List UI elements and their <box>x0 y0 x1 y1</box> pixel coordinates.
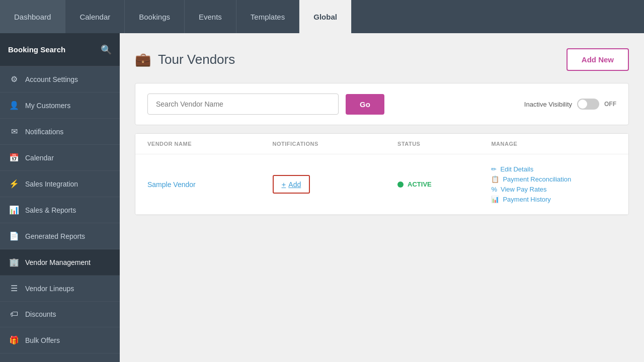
customer-icon: 👤 <box>9 101 19 110</box>
status-cell: ACTIVE <box>397 180 491 188</box>
page-title: Tour Vendors <box>158 52 235 67</box>
toggle-label: Inactive Visibility <box>524 101 572 108</box>
toggle-area: Inactive Visibility OFF <box>524 99 616 110</box>
go-button[interactable]: Go <box>346 94 384 115</box>
sidebar-item-label: Sales Integration <box>25 180 78 188</box>
manage-cell: ✏ Edit Details 📋 Payment Reconciliation … <box>491 165 616 203</box>
nav-item-templates[interactable]: Templates <box>236 0 299 33</box>
gift-icon: 🎁 <box>9 335 19 345</box>
main-content: 💼 Tour Vendors Add New Go Inactive Visib… <box>120 33 644 362</box>
sidebar-item-sales-reports[interactable]: 📊 Sales & Reports <box>0 197 120 223</box>
table-row: Sample Vendor + Add ACTIVE ✏ Edit Detail… <box>135 154 628 215</box>
edit-icon: ✏ <box>491 165 497 173</box>
table-header: VENDOR NAME NOTIFICATIONS STATUS MANAGE <box>135 134 628 154</box>
sidebar-item-label: Bulk Offers <box>25 336 60 344</box>
payment-history-link[interactable]: 📊 Payment History <box>491 196 616 203</box>
sidebar-search-label: Booking Search <box>8 45 101 54</box>
sidebar-item-calendar[interactable]: 📅 Calendar <box>0 145 120 171</box>
list-icon: ☰ <box>9 284 19 293</box>
sidebar-item-notifications[interactable]: ✉ Notifications <box>0 119 120 145</box>
sidebar-item-label: Vendor Lineups <box>25 285 74 293</box>
search-icon[interactable]: 🔍 <box>101 44 112 55</box>
add-label: Add <box>288 180 301 189</box>
vendor-name-link[interactable]: Sample Vendor <box>147 180 196 189</box>
nav-item-dashboard[interactable]: Dashboard <box>0 0 65 33</box>
envelope-icon: ✉ <box>9 127 19 136</box>
sidebar-item-sales-integration[interactable]: ⚡ Sales Integration <box>0 171 120 197</box>
edit-details-link[interactable]: ✏ Edit Details <box>491 165 616 173</box>
search-input[interactable] <box>147 94 339 115</box>
tag-icon: 🏷 <box>9 310 19 319</box>
status-text: ACTIVE <box>408 180 432 188</box>
nav-item-global[interactable]: Global <box>299 0 352 33</box>
vendor-icon: 🏢 <box>9 257 19 267</box>
page-header: 💼 Tour Vendors Add New <box>135 48 629 71</box>
sidebar-item-label: My Customers <box>25 102 70 110</box>
nav-item-events[interactable]: Events <box>185 0 236 33</box>
vendor-table: VENDOR NAME NOTIFICATIONS STATUS MANAGE … <box>135 133 629 215</box>
vendor-name-cell: Sample Vendor <box>147 180 273 189</box>
sidebar-item-label: Calendar <box>25 154 54 162</box>
inactive-visibility-toggle[interactable] <box>577 99 599 110</box>
top-navigation: Dashboard Calendar Bookings Events Templ… <box>0 0 644 33</box>
col-manage: MANAGE <box>491 141 616 147</box>
sidebar-item-label: Vendor Management <box>25 258 91 266</box>
nav-item-calendar[interactable]: Calendar <box>65 0 125 33</box>
sidebar-item-label: Account Settings <box>25 75 78 83</box>
sidebar-item-vendor-management[interactable]: 🏢 Vendor Management <box>0 249 120 276</box>
sidebar-item-label: Sales & Reports <box>25 206 76 214</box>
col-vendor-name: VENDOR NAME <box>147 141 273 147</box>
chart-icon: 📊 <box>9 205 19 215</box>
nav-item-bookings[interactable]: Bookings <box>125 0 185 33</box>
col-status: STATUS <box>397 141 491 147</box>
sidebar-item-my-customers[interactable]: 👤 My Customers <box>0 93 120 119</box>
sidebar-item-generated-reports[interactable]: 📄 Generated Reports <box>0 223 120 249</box>
sidebar-item-label: Discounts <box>25 310 56 318</box>
notifications-cell: + Add <box>273 175 398 194</box>
page-title-area: 💼 Tour Vendors <box>135 52 235 67</box>
sidebar-item-vendor-lineups[interactable]: ☰ Vendor Lineups <box>0 276 120 302</box>
sidebar: Booking Search 🔍 ⚙ Account Settings 👤 My… <box>0 33 120 362</box>
bar-chart-icon: 📊 <box>491 196 499 203</box>
sidebar-item-bulk-offers[interactable]: 🎁 Bulk Offers <box>0 327 120 353</box>
sidebar-item-ez-agent[interactable]: 👤 Ez Agent <box>0 353 120 362</box>
payment-reconciliation-link[interactable]: 📋 Payment Reconciliation <box>491 175 616 183</box>
calendar-icon: 📅 <box>9 153 19 162</box>
search-panel: Go Inactive Visibility OFF <box>135 83 629 125</box>
gear-icon: ⚙ <box>9 74 19 84</box>
view-pay-rates-link[interactable]: % View Pay Rates <box>491 186 616 193</box>
sidebar-item-label: Generated Reports <box>25 232 85 240</box>
toggle-state-label: OFF <box>604 101 616 108</box>
briefcase-icon: 💼 <box>135 52 151 67</box>
col-notifications: NOTIFICATIONS <box>273 141 398 147</box>
add-new-button[interactable]: Add New <box>567 48 629 71</box>
clipboard-icon: 📋 <box>491 175 499 183</box>
percent-icon: % <box>491 186 497 193</box>
add-notification-button[interactable]: + Add <box>273 175 310 194</box>
sidebar-item-label: Notifications <box>25 128 63 136</box>
report-icon: 📄 <box>9 231 19 241</box>
sidebar-search-area: Booking Search 🔍 <box>0 33 120 66</box>
plus-icon: + <box>282 180 286 189</box>
sidebar-item-account-settings[interactable]: ⚙ Account Settings <box>0 66 120 93</box>
sidebar-item-discounts[interactable]: 🏷 Discounts <box>0 302 120 327</box>
lightning-icon: ⚡ <box>9 179 19 189</box>
status-dot-active <box>397 182 404 188</box>
